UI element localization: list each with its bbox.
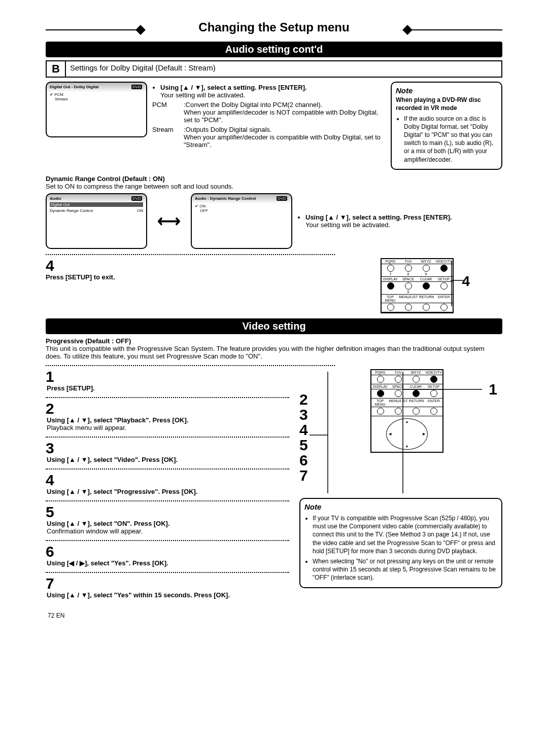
- progressive-body: This unit is compatible with the Progres…: [46, 345, 502, 360]
- remote-grid-video: PQRSTUVWXYZVIDEO/TV DISPLAYSPACECLEARSET…: [370, 369, 443, 453]
- note-video-bullet-2: When selecting "No" or not pressing any …: [313, 557, 497, 582]
- screenshot-drc-menu: Audio - Dynamic Range Control DVD ✔ ON O…: [191, 193, 292, 249]
- ss-title: Digital Out - Dolby Digital: [50, 85, 98, 89]
- dolby-description: Using [▲ / ▼], select a setting. Press […: [152, 82, 386, 149]
- dolby-instr: Using [▲ / ▼], select a setting. Press […: [160, 84, 386, 99]
- subsection-title: Settings for Dolby Digital (Default : St…: [66, 61, 220, 77]
- ss-tag: DVD: [131, 85, 142, 89]
- subsection-b: B Settings for Dolby Digital (Default : …: [46, 60, 502, 78]
- section-header-audio: Audio setting cont'd: [46, 42, 502, 57]
- pcm-desc: :Convert the Dolby Digital into PCM(2 ch…: [184, 101, 386, 124]
- note-video-bullet-1: If your TV is compatible with Progressiv…: [313, 514, 497, 555]
- callout-7: 7: [299, 468, 308, 483]
- chapter-banner: Changing the Setup menu: [46, 20, 502, 39]
- subsection-letter: B: [47, 61, 66, 77]
- callout-1-right: 1: [489, 382, 497, 397]
- ss-opt-pcm: ✔ PCM: [50, 92, 143, 97]
- chapter-title: Changing the Setup menu: [46, 20, 502, 34]
- callout-3: 3: [299, 407, 308, 422]
- note-audio: Note When playing a DVD-RW disc recorded…: [391, 82, 502, 170]
- progressive-heading: Progressive (Default : OFF): [46, 337, 502, 345]
- dpad-icon: ▲ ▼ ◀ ▶: [386, 418, 428, 450]
- pcm-label: PCM: [152, 101, 180, 124]
- page-footer: 72 EN: [48, 612, 502, 619]
- note-audio-body: If the audio source on a disc is Dolby D…: [404, 115, 497, 164]
- stream-desc: :Outputs Dolby Digital signals. When you…: [184, 126, 386, 149]
- callout-4v: 4: [299, 422, 308, 438]
- callout-6: 6: [299, 453, 308, 468]
- remote-diagram-audio: PQRSTUVWXYZVIDEO/TV 789 DISPLAYSPACECLEA…: [340, 258, 467, 313]
- drc-heading: Dynamic Range Control (Default : ON): [46, 175, 502, 183]
- screenshot-digital-out: Digital Out - Dolby Digital DVD ✔ PCM St…: [46, 82, 147, 137]
- section-header-video: Video setting: [46, 318, 502, 334]
- callout-2: 2: [299, 392, 308, 407]
- note-audio-heading: When playing a DVD-RW disc recorded in V…: [396, 96, 497, 112]
- step-4-exit: 4 Press [SETUP] to exit.: [46, 258, 330, 281]
- note-video: Note If your TV is compatible with Progr…: [299, 498, 502, 588]
- bidirectional-arrow-icon: ⟷: [152, 211, 186, 231]
- drc-body: Set to ON to compress the range between …: [46, 183, 502, 190]
- callout-5: 5: [299, 438, 308, 453]
- ss-opt-stream: Stream: [55, 97, 143, 101]
- callout-num-4: 4: [462, 273, 470, 290]
- drc-instructions: Using [▲ / ▼], select a setting. Press […: [297, 211, 502, 231]
- screenshot-audio-menu: Audio DVD Digital Out Dynamic Range Cont…: [46, 193, 147, 249]
- stream-label: Stream: [152, 126, 180, 149]
- remote-grid: PQRSTUVWXYZVIDEO/TV 789 DISPLAYSPACECLEA…: [381, 258, 454, 313]
- video-steps: 1Press [SETUP]. 2Using [▲ / ▼], select "…: [46, 369, 289, 602]
- note-title: Note: [396, 86, 497, 96]
- dolby-row: Digital Out - Dolby Digital DVD ✔ PCM St…: [46, 82, 502, 170]
